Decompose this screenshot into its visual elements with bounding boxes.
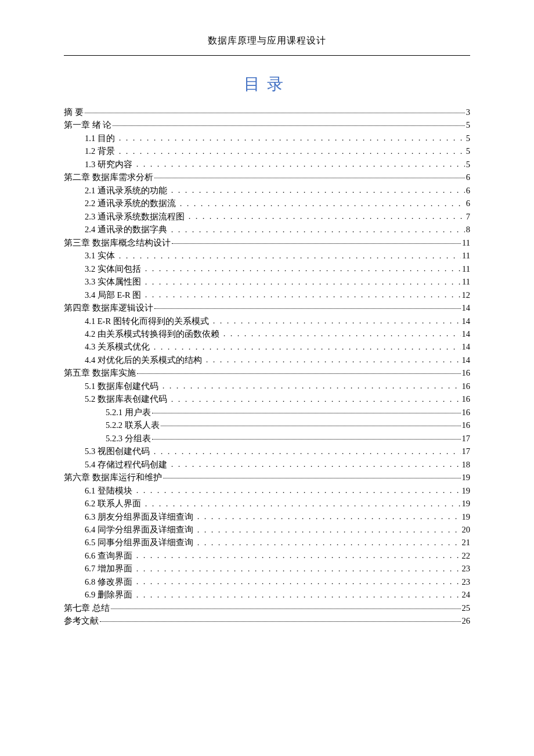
toc-entry: 5.2.2 联系人表16 <box>64 419 470 431</box>
toc-entry-label: 2.3 通讯录系统数据流程图 <box>85 210 185 223</box>
toc-entry-page: 16 <box>462 366 471 379</box>
toc-entry-label: 第六章 数据库运行和维护 <box>64 471 162 484</box>
toc-leader <box>151 341 461 350</box>
toc-entry: 4.3 关系模式优化14 <box>64 340 470 353</box>
toc-entry-page: 19 <box>462 497 471 510</box>
toc-leader <box>172 236 461 244</box>
toc-entry-page: 5 <box>466 158 470 171</box>
toc-entry-label: 1.1 目的 <box>85 132 115 145</box>
toc-entry-label: 第一章 绪 论 <box>64 118 111 131</box>
toc-leader <box>116 132 465 141</box>
toc-entry-page: 19 <box>462 484 471 497</box>
toc-entry-page: 11 <box>462 249 470 262</box>
toc-entry-label: 5.2.3 分组表 <box>106 432 151 445</box>
toc-entry-page: 16 <box>462 380 471 393</box>
toc-entry: 3.1 实体11 <box>64 249 470 262</box>
toc-leader <box>194 537 461 546</box>
toc-entry-label: 6.7 增加界面 <box>85 562 132 575</box>
toc-entry: 1.1 目的5 <box>64 132 470 145</box>
toc-entry-page: 17 <box>462 432 471 445</box>
toc-leader <box>152 431 461 440</box>
toc-entry-label: 4.4 对优化后的关系模式的结构 <box>85 354 202 366</box>
toc-leader <box>161 418 461 426</box>
toc-entry-page: 14 <box>462 301 471 314</box>
toc-leader <box>186 211 465 219</box>
toc-leader <box>134 159 465 167</box>
toc-entry: 5.2 数据库表创建代码16 <box>64 393 470 405</box>
toc-leader <box>134 485 461 494</box>
toc-entry-page: 24 <box>462 588 471 601</box>
toc-entry-label: 6.9 删除界面 <box>85 588 132 601</box>
toc-leader <box>221 328 461 337</box>
toc-entry: 5.2.1 用户表16 <box>64 406 470 419</box>
toc-entry-page: 14 <box>462 327 471 340</box>
toc-entry: 摘 要3 <box>64 106 470 118</box>
table-of-contents: 摘 要3第一章 绪 论51.1 目的51.2 背景51.3 研究内容5第二章 数… <box>64 106 470 628</box>
toc-entry-label: 2.4 通讯录的数据字典 <box>85 223 167 236</box>
toc-entry-label: 4.2 由关系模式转换得到的函数依赖 <box>85 327 219 340</box>
toc-leader <box>142 263 461 272</box>
toc-entry-page: 22 <box>462 549 471 562</box>
toc-leader <box>116 250 461 259</box>
toc-entry: 6.1 登陆模块19 <box>64 484 470 497</box>
toc-entry-page: 18 <box>462 458 471 471</box>
toc-leader <box>168 185 465 193</box>
toc-entry: 第五章 数据库实施16 <box>64 366 470 379</box>
toc-entry-label: 6.5 同事分组界面及详细查询 <box>85 536 193 549</box>
toc-entry-label: 6.8 修改界面 <box>85 575 132 588</box>
toc-leader <box>151 446 461 455</box>
toc-leader <box>168 394 461 402</box>
toc-entry: 6.5 同事分组界面及详细查询21 <box>64 536 470 549</box>
toc-leader <box>152 405 461 413</box>
toc-entry-page: 26 <box>462 614 471 627</box>
toc-leader <box>134 563 461 572</box>
toc-entry: 5.4 存储过程代码创建18 <box>64 458 470 471</box>
toc-entry-label: 3.1 实体 <box>85 249 115 262</box>
toc-entry-label: 摘 要 <box>64 106 84 118</box>
toc-title: 目录 <box>64 73 470 95</box>
toc-leader <box>177 198 465 207</box>
toc-leader <box>154 301 461 309</box>
toc-entry-page: 7 <box>466 210 470 223</box>
toc-leader <box>210 315 461 324</box>
toc-entry-page: 5 <box>466 132 470 145</box>
toc-entry-label: 第五章 数据库实施 <box>64 366 136 379</box>
toc-leader <box>142 498 461 507</box>
toc-leader <box>194 524 461 533</box>
toc-entry: 4.2 由关系模式转换得到的函数依赖14 <box>64 327 470 340</box>
toc-entry-page: 3 <box>466 106 470 118</box>
toc-entry-label: 6.3 朋友分组界面及详细查询 <box>85 510 193 523</box>
toc-entry-page: 12 <box>462 289 471 301</box>
toc-entry: 2.1 通讯录系统的功能6 <box>64 184 470 197</box>
toc-entry: 2.2 通讯录系统的数据流6 <box>64 197 470 210</box>
toc-entry-page: 5 <box>466 118 470 131</box>
toc-leader <box>168 224 465 233</box>
toc-entry-label: 4.3 关系模式优化 <box>85 340 150 353</box>
toc-leader <box>142 289 460 298</box>
toc-entry-page: 6 <box>466 197 470 210</box>
document-page: 数据库原理与应用课程设计 目录 摘 要3第一章 绪 论51.1 目的51.2 背… <box>0 0 534 756</box>
toc-entry-label: 6.2 联系人界面 <box>85 497 141 510</box>
toc-entry-label: 5.2 数据库表创建代码 <box>85 393 167 405</box>
toc-leader <box>134 589 461 598</box>
toc-entry-label: 第四章 数据库逻辑设计 <box>64 301 153 314</box>
toc-entry: 5.3 视图创建代码17 <box>64 445 470 458</box>
toc-leader <box>111 601 461 609</box>
toc-entry: 1.3 研究内容5 <box>64 158 470 171</box>
toc-entry-label: 4.1 E-R 图转化而得到的关系模式 <box>85 315 209 327</box>
toc-leader <box>142 276 461 285</box>
toc-entry-page: 16 <box>462 419 471 431</box>
toc-entry-page: 11 <box>462 262 470 275</box>
toc-entry-page: 21 <box>462 536 471 549</box>
toc-leader <box>134 550 461 559</box>
toc-entry-page: 23 <box>462 575 471 588</box>
toc-entry-label: 6.6 查询界面 <box>85 549 132 562</box>
toc-entry: 2.3 通讯录系统数据流程图7 <box>64 210 470 223</box>
page-header: 数据库原理与应用课程设计 <box>64 35 470 56</box>
toc-entry-page: 6 <box>466 184 470 197</box>
toc-entry-label: 5.2.1 用户表 <box>106 406 151 419</box>
toc-entry: 第三章 数据库概念结构设计11 <box>64 236 470 249</box>
toc-entry: 6.2 联系人界面19 <box>64 497 470 510</box>
toc-entry-page: 19 <box>462 471 471 484</box>
toc-entry: 6.6 查询界面22 <box>64 549 470 562</box>
